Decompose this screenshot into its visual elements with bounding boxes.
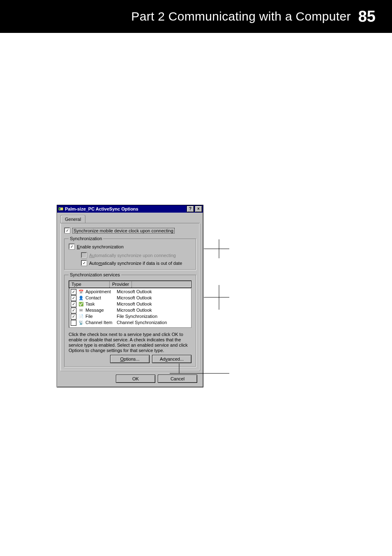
service-row[interactable]: 📄 File File Synchronization xyxy=(70,313,190,320)
row-provider: Microsoft Outlook xyxy=(117,295,152,301)
checkbox-icon xyxy=(64,227,70,234)
row-checkbox[interactable] xyxy=(71,289,76,295)
row-type: Task xyxy=(85,301,115,307)
checkbox-auto-sync-connect: Automatically synchronize upon connectin… xyxy=(81,252,191,258)
dialog-buttons: OK Cancel xyxy=(60,375,197,383)
part-title: Part 2 Communicating with a Computer xyxy=(131,9,350,23)
calendar-icon: 📅 xyxy=(78,289,84,295)
col-provider[interactable]: Provider xyxy=(110,281,132,287)
checkbox-label: Synchronize mobile device clock upon con… xyxy=(72,228,175,234)
svg-point-10 xyxy=(61,208,63,210)
row-type: File xyxy=(85,313,115,320)
checkbox-icon xyxy=(81,252,87,258)
checkbox-icon xyxy=(69,243,75,250)
checkbox-icon xyxy=(81,260,87,266)
row-provider: File Synchronization xyxy=(117,313,157,320)
row-type: Contact xyxy=(85,295,115,301)
close-button[interactable]: × xyxy=(195,206,202,212)
row-provider: Channel Synchronization xyxy=(117,320,167,326)
row-type: Channel Item xyxy=(85,320,115,326)
page-root: Part 2 Communicating with a Computer 85 xyxy=(0,0,392,387)
row-checkbox[interactable] xyxy=(71,314,76,320)
svg-point-9 xyxy=(59,208,60,210)
dialog-title: Palm-size_PC ActiveSync Options xyxy=(65,206,138,211)
row-provider: Microsoft Outlook xyxy=(117,301,152,307)
cancel-button[interactable]: Cancel xyxy=(158,375,197,383)
contact-icon: 👤 xyxy=(78,295,84,301)
row-provider: Microsoft Outlook xyxy=(117,289,152,295)
page-content: Palm-size_PC ActiveSync Options ? × Gene… xyxy=(0,205,392,387)
figure-wrapper: Palm-size_PC ActiveSync Options ? × Gene… xyxy=(57,205,392,387)
help-button[interactable]: ? xyxy=(187,206,194,212)
page-header-bar: Part 2 Communicating with a Computer 85 xyxy=(0,0,392,33)
titlebar[interactable]: Palm-size_PC ActiveSync Options ? × xyxy=(57,205,203,213)
checkbox-label: Automatically synchronize if data is out… xyxy=(89,261,182,266)
service-row[interactable]: 📅 Appointment Microsoft Outlook xyxy=(70,289,190,295)
services-list[interactable]: 📅 Appointment Microsoft Outlook 👤 Contac… xyxy=(69,288,191,328)
activesync-options-dialog: Palm-size_PC ActiveSync Options ? × Gene… xyxy=(57,205,203,387)
advanced-button[interactable]: Advanced... xyxy=(152,355,191,363)
row-checkbox[interactable] xyxy=(71,320,76,326)
checkbox-label: Enable synchronization xyxy=(77,244,124,249)
services-hint: Click the check box next to a service ty… xyxy=(69,332,191,353)
checkbox-auto-sync-outofdate[interactable]: Automatically synchronize if data is out… xyxy=(81,260,191,266)
row-provider: Microsoft Outlook xyxy=(117,307,152,313)
group-legend: Synchronization xyxy=(69,236,103,241)
group-synchronization: Synchronization Enable synchronization A… xyxy=(64,236,196,270)
options-button[interactable]: Options... xyxy=(110,355,150,363)
service-row[interactable]: ✅ Task Microsoft Outlook xyxy=(70,301,190,307)
row-checkbox[interactable] xyxy=(71,295,76,301)
tab-strip: General xyxy=(60,215,200,223)
checkbox-label: Automatically synchronize upon connectin… xyxy=(89,253,176,258)
group-legend: Synchronization services xyxy=(69,272,121,277)
message-icon: ✉ xyxy=(78,307,84,313)
ok-button[interactable]: OK xyxy=(116,375,155,383)
channel-icon: 📡 xyxy=(78,320,84,326)
service-row[interactable]: 👤 Contact Microsoft Outlook xyxy=(70,295,190,301)
checkbox-enable-sync[interactable]: Enable synchronization xyxy=(69,243,191,250)
services-header: Type Provider xyxy=(69,280,191,288)
page-number: 85 xyxy=(358,8,376,25)
row-checkbox[interactable] xyxy=(71,301,76,307)
file-icon: 📄 xyxy=(78,313,84,320)
task-icon: ✅ xyxy=(78,301,84,307)
row-type: Message xyxy=(85,307,115,313)
tab-general[interactable]: General xyxy=(60,215,85,223)
service-row[interactable]: 📡 Channel Item Channel Synchronization xyxy=(70,320,190,326)
service-buttons: Options... Advanced... xyxy=(69,355,191,363)
col-type[interactable]: Type xyxy=(69,281,110,287)
dialog-body: General Synchronize mobile device clock … xyxy=(57,213,203,387)
checkbox-sync-clock[interactable]: Synchronize mobile device clock upon con… xyxy=(64,227,196,234)
group-services: Synchronization services Type Provider 📅… xyxy=(64,272,196,367)
row-checkbox[interactable] xyxy=(71,308,76,313)
tab-panel-general: Synchronize mobile device clock upon con… xyxy=(60,223,200,371)
row-type: Appointment xyxy=(85,289,115,295)
service-row[interactable]: ✉ Message Microsoft Outlook xyxy=(70,307,190,313)
app-icon xyxy=(58,206,64,212)
